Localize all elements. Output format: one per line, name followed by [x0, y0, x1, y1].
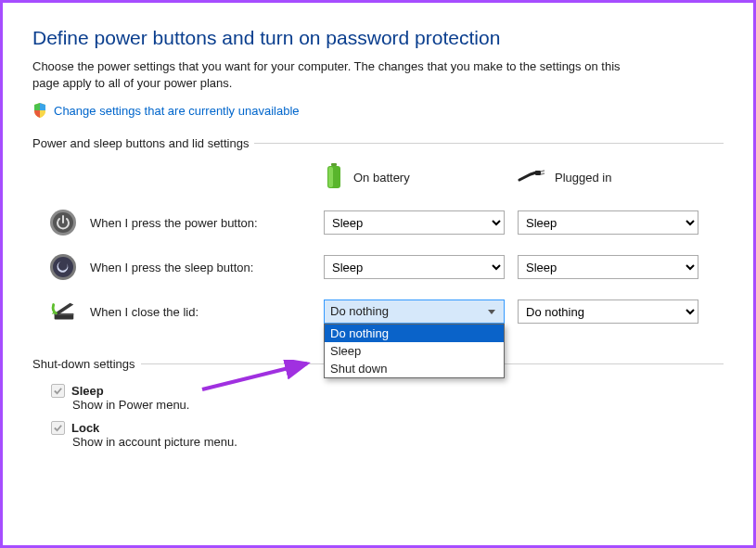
lid-battery-dropdown[interactable]: Do nothing Sleep Shut down	[324, 324, 505, 378]
checkbox-lock	[51, 421, 65, 435]
dropdown-option[interactable]: Shut down	[325, 360, 504, 377]
dropdown-option[interactable]: Do nothing	[325, 325, 504, 342]
column-header-plugged: Plugged in	[518, 169, 698, 186]
shutdown-item-lock: Lock Show in account picture menu.	[51, 421, 724, 449]
sleep-button-battery-select[interactable]: Sleep	[324, 255, 505, 279]
change-settings-link[interactable]: Change settings that are currently unava…	[32, 103, 300, 118]
svg-point-9	[53, 257, 73, 277]
page-title: Define power buttons and turn on passwor…	[32, 27, 724, 49]
power-button-plugged-select[interactable]: Sleep	[518, 210, 698, 235]
lid-plugged-select[interactable]: Do nothing	[518, 299, 698, 324]
column-header-battery: On battery	[324, 163, 505, 192]
power-button-battery-select[interactable]: Sleep	[324, 210, 505, 235]
shutdown-item-sleep: Sleep Show in Power menu.	[51, 384, 724, 412]
svg-rect-3	[535, 171, 541, 175]
power-button-icon	[49, 209, 77, 236]
checkbox-sleep	[51, 384, 65, 398]
svg-line-4	[541, 171, 545, 172]
svg-line-5	[541, 173, 545, 174]
battery-icon	[324, 163, 344, 192]
grid-corner	[32, 177, 311, 178]
row-lid-label: When I close the lid:	[32, 298, 311, 325]
section-power-sleep-heading: Power and sleep buttons and lid settings	[32, 136, 724, 150]
row-sleep-button-label: When I press the sleep button:	[32, 253, 311, 281]
page-description: Choose the power settings that you want …	[32, 58, 645, 92]
shield-icon	[32, 103, 47, 118]
sleep-button-plugged-select[interactable]: Sleep	[518, 255, 698, 279]
laptop-lid-icon	[49, 298, 77, 325]
dropdown-option[interactable]: Sleep	[325, 342, 504, 360]
plug-icon	[518, 169, 545, 186]
svg-rect-2	[328, 167, 333, 187]
row-power-button-label: When I press the power button:	[32, 209, 311, 236]
change-settings-link-text: Change settings that are currently unava…	[54, 104, 300, 118]
sleep-button-icon	[49, 253, 77, 281]
lid-battery-select[interactable]: Do nothing Do nothing Sleep Shut down	[324, 299, 505, 324]
svg-rect-0	[331, 163, 337, 166]
